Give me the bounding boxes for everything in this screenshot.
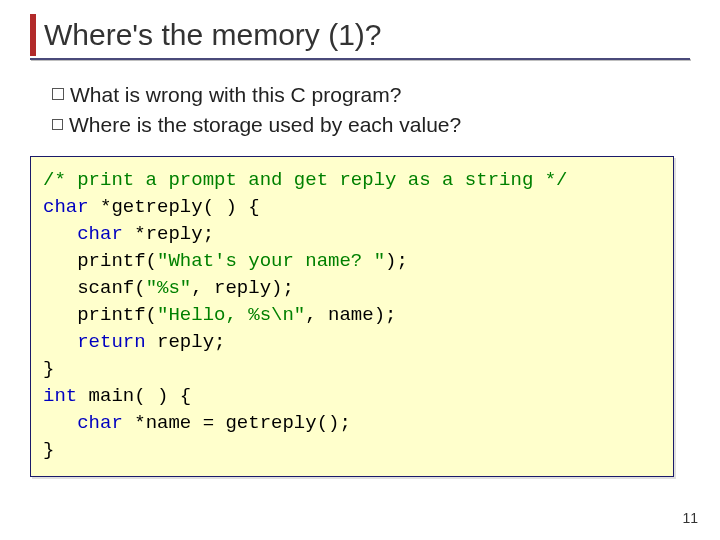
code-text: printf( bbox=[43, 304, 157, 326]
code-string: "Hello, %s\n" bbox=[157, 304, 305, 326]
code-text: *name = getreply(); bbox=[123, 412, 351, 434]
code-text: reply; bbox=[146, 331, 226, 353]
code-text: } bbox=[43, 358, 54, 380]
bullet-list: What is wrong with this C program? Where… bbox=[52, 80, 680, 141]
slide: Where's the memory (1)? What is wrong wi… bbox=[0, 0, 720, 540]
bullet-square-icon bbox=[52, 88, 64, 100]
code-keyword: int bbox=[43, 385, 77, 407]
title-block: Where's the memory (1)? bbox=[30, 14, 690, 60]
code-text: , name); bbox=[305, 304, 396, 326]
code-box: /* print a prompt and get reply as a str… bbox=[30, 156, 674, 477]
bullet-item: Where is the storage used by each value? bbox=[52, 110, 680, 140]
code-keyword: return bbox=[77, 331, 145, 353]
code-comment: /* print a prompt and get reply as a str… bbox=[43, 169, 568, 191]
code-text: } bbox=[43, 439, 54, 461]
bullet-text: Where is the storage used by each value? bbox=[69, 110, 461, 140]
code-text: main( ) { bbox=[77, 385, 191, 407]
code-string: "What's your name? " bbox=[157, 250, 385, 272]
code-text: , reply); bbox=[191, 277, 294, 299]
code-block: /* print a prompt and get reply as a str… bbox=[43, 167, 661, 464]
bullet-item: What is wrong with this C program? bbox=[52, 80, 680, 110]
title-underline bbox=[30, 58, 690, 60]
slide-title: Where's the memory (1)? bbox=[44, 18, 382, 52]
code-keyword: char bbox=[77, 223, 123, 245]
code-text: ); bbox=[385, 250, 408, 272]
code-text: printf( bbox=[43, 250, 157, 272]
code-text: *reply; bbox=[123, 223, 214, 245]
code-keyword: char bbox=[77, 412, 123, 434]
code-keyword: char bbox=[43, 196, 89, 218]
bullet-square-icon bbox=[52, 119, 63, 130]
code-string: "%s" bbox=[146, 277, 192, 299]
title-accent: Where's the memory (1)? bbox=[30, 14, 690, 56]
code-text: scanf( bbox=[43, 277, 146, 299]
code-text: *getreply( ) { bbox=[89, 196, 260, 218]
page-number: 11 bbox=[682, 510, 698, 526]
bullet-text: What is wrong with this C program? bbox=[70, 80, 401, 110]
